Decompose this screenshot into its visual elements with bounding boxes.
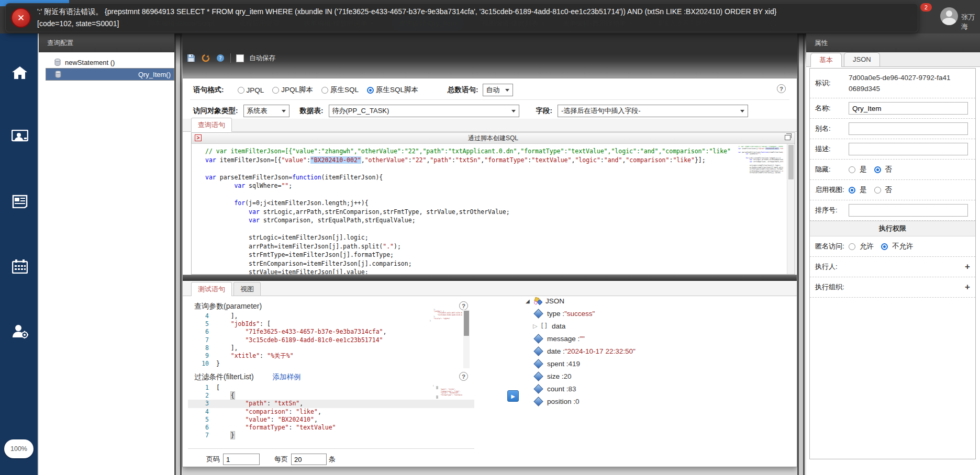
sort-input[interactable] (849, 204, 968, 217)
radio-icon[interactable] (321, 87, 328, 94)
sql-editor-body[interactable]: // var itemFilterJson=[{"value":"zhangwh… (192, 144, 795, 274)
stmt-format-label: 语句格式: (193, 85, 224, 95)
json-node-size[interactable]: size : 20 (526, 370, 787, 382)
zoom-level-button[interactable]: 100% (4, 439, 34, 458)
format-radio-option[interactable]: 原生SQL (321, 85, 359, 95)
filter-editor[interactable]: 1[2 {3 "path": "txtSn",4 "comparison": "… (188, 384, 474, 442)
sidebar-item-home[interactable] (10, 64, 29, 82)
radio-icon[interactable] (272, 87, 279, 94)
radio-icon[interactable] (238, 87, 244, 94)
prop-row-hidden: 隐藏: 是 否 (810, 160, 975, 180)
expand-icon[interactable]: ◢ (526, 298, 533, 304)
news-icon (12, 195, 28, 208)
sidebar-item-user-admin[interactable] (10, 322, 29, 340)
table-select[interactable]: 待办(PP_C_TASK) (329, 105, 519, 117)
field-select[interactable]: -选择后在语句中插入字段- (558, 105, 748, 117)
json-node-count[interactable]: count : 83 (526, 382, 787, 395)
sql-editor-scrollbar[interactable] (787, 144, 795, 274)
stmt-format-radios: JPQLJPQL脚本原生SQL原生SQL脚本 (238, 85, 419, 95)
json-node-type[interactable]: type : "success" (526, 307, 787, 320)
maximize-icon[interactable] (785, 135, 790, 140)
tab-query-statement[interactable]: 查询语句 (191, 118, 232, 132)
help-icon: ? (216, 54, 225, 62)
collapse-icon[interactable]: ▷ (533, 323, 540, 330)
filter-help-button[interactable]: ? (459, 372, 468, 381)
parameter-scrollbar[interactable] (463, 310, 470, 368)
tab-view[interactable]: 视图 (233, 282, 261, 296)
username[interactable]: 张万海 (961, 13, 980, 31)
tree-item[interactable]: newStatement () (39, 56, 174, 68)
sidebar-item-calendar[interactable] (10, 257, 29, 275)
hidden-yes-radio[interactable] (849, 166, 855, 173)
user-avatar[interactable] (940, 7, 958, 25)
json-node-message[interactable]: message : "" (526, 332, 787, 345)
json-root-node[interactable]: ◢JSON (526, 295, 787, 307)
parameter-title: 查询参数(parameter) (194, 302, 262, 311)
json-node-position[interactable]: position : 0 (526, 395, 787, 408)
prop-row-sort: 排序号: (810, 200, 975, 221)
scrollbar-thumb[interactable] (788, 145, 794, 179)
json-node-spent[interactable]: spent : 419 (526, 357, 787, 370)
radio-icon[interactable] (367, 87, 374, 94)
alias-input[interactable] (849, 122, 968, 135)
code-line: 5 "value": "BX202410", (188, 416, 474, 424)
calendar-icon (12, 259, 28, 274)
view-no-radio[interactable] (874, 187, 881, 194)
view-yes-radio[interactable] (849, 187, 855, 194)
refresh-button[interactable] (201, 53, 210, 63)
add-executor-button[interactable]: + (965, 262, 970, 272)
format-radio-option[interactable]: JPQL脚本 (272, 85, 313, 95)
filter-title: 过滤条件(filterList) (194, 372, 254, 382)
save-button[interactable] (186, 53, 196, 63)
json-key: type : (547, 310, 564, 318)
json-node-data[interactable]: ▷[]data (526, 320, 787, 332)
left-sidebar: 100% (0, 33, 38, 475)
monitor-user-icon (12, 130, 28, 143)
json-key: size : (547, 372, 564, 380)
notification-badge[interactable]: 2 (920, 3, 932, 12)
hidden-no-radio[interactable] (874, 166, 881, 173)
filter-minimap[interactable]: [ { "path": "txtSn", "comparison": "like… (433, 385, 462, 401)
filter-header: 过滤条件(filterList) 添加样例 (194, 372, 301, 382)
table-label: 数据表: (300, 106, 324, 116)
pager-divider (188, 448, 474, 449)
form-help-button[interactable]: ? (777, 84, 786, 93)
anon-deny-radio[interactable] (881, 243, 888, 250)
add-org-button[interactable]: + (965, 282, 970, 292)
run-button[interactable]: ▶ (507, 390, 519, 402)
help-button[interactable]: ? (216, 53, 225, 63)
tab-test-statement[interactable]: 测试语句 (191, 282, 232, 296)
page-input[interactable] (223, 454, 260, 465)
access-type-select[interactable]: 系统表 (243, 105, 289, 117)
desc-input[interactable] (849, 143, 968, 155)
per-page-input[interactable] (291, 454, 327, 465)
json-key: message : (547, 335, 580, 343)
anon-allow-radio[interactable] (849, 243, 855, 250)
sidebar-item-meeting[interactable] (10, 128, 29, 145)
total-stmt-select[interactable]: 自动 (483, 84, 513, 96)
parameter-minimap[interactable]: ], "jobIds": [ "71fe3625-e433-4657-b37e-… (430, 309, 462, 337)
scrollbar-thumb[interactable] (464, 311, 469, 336)
access-type-label: 访问对象类型: (193, 106, 238, 116)
hidden-label: 隐藏: (815, 165, 849, 174)
splitter-right[interactable] (797, 33, 806, 475)
add-sample-link[interactable]: 添加样例 (273, 372, 301, 382)
format-radio-option[interactable]: 原生SQL脚本 (367, 85, 418, 95)
horizontal-splitter[interactable] (183, 275, 797, 281)
tab-json[interactable]: JSON (844, 52, 880, 66)
code-line: for(j=0;j<itemFilterJson.length;j++){ (205, 199, 795, 208)
sql-script-editor[interactable]: > 通过脚本创建SQL // var itemFilterJson=[{"val… (191, 132, 795, 275)
chevron-down-icon (282, 110, 286, 112)
sidebar-item-news[interactable] (10, 193, 29, 210)
json-node-date[interactable]: date : "2024-10-17 22:32:50" (526, 345, 787, 357)
splitter-left[interactable] (174, 33, 182, 475)
autosave-checkbox[interactable] (236, 54, 244, 62)
tree-item[interactable]: Qry_Item() (46, 68, 174, 81)
sql-minimap[interactable]: // var itemFilterJson=[{"value":"zhangwh… (738, 146, 783, 272)
script-mode-icon[interactable]: > (195, 134, 202, 141)
name-input[interactable] (849, 102, 968, 115)
error-toast[interactable]: ✕ ':' 附近有语法错误。 {prepstmnt 86964913 SELEC… (5, 3, 918, 32)
json-value: 83 (569, 385, 576, 393)
tab-basic[interactable]: 基本 (810, 53, 842, 67)
format-radio-option[interactable]: JPQL (238, 86, 264, 94)
